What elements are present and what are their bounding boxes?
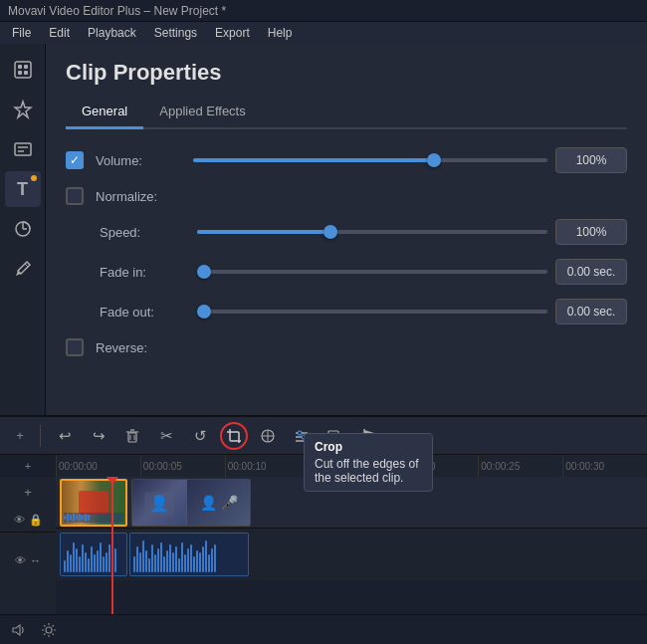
- title-bar-text: Movavi Video Editor Plus – New Project *: [8, 4, 226, 18]
- playhead: [111, 477, 113, 614]
- svg-rect-17: [230, 432, 239, 441]
- prop-row-volume: Volume: 100%: [66, 147, 627, 173]
- video-clip-1[interactable]: [60, 479, 127, 527]
- settings-icon[interactable]: [38, 619, 60, 641]
- svg-point-33: [46, 627, 52, 633]
- prop-row-normalize: Normalize:: [66, 187, 627, 205]
- menu-export[interactable]: Export: [207, 24, 258, 42]
- menu-file[interactable]: File: [4, 24, 39, 42]
- track-controls-panel: + 👁 🔒 👁 ↔: [0, 477, 56, 614]
- color-btn[interactable]: [254, 422, 282, 450]
- tooltip-description: Cut off the edges of the selected clip.: [315, 457, 422, 485]
- ruler-mark-2: 00:00:10: [225, 455, 310, 477]
- menu-playback[interactable]: Playback: [80, 24, 144, 42]
- audio-eye-btn[interactable]: 👁: [15, 548, 26, 572]
- add-track-btn[interactable]: +: [10, 428, 30, 443]
- volume-slider[interactable]: [193, 150, 547, 170]
- tab-applied-effects[interactable]: Applied Effects: [143, 98, 261, 129]
- fadeout-value: 0.00 sec.: [555, 299, 627, 324]
- audio-clip-1[interactable]: [60, 533, 127, 576]
- tabs-container: General Applied Effects: [66, 98, 627, 129]
- bottom-bar: [0, 614, 647, 644]
- volume-value: 100%: [555, 147, 627, 173]
- sidebar-btn-import[interactable]: [5, 52, 41, 88]
- svg-rect-0: [15, 62, 31, 78]
- tracks-content: 👤 👤🎤: [56, 477, 647, 614]
- main-layout: T Clip Properties General Applied Effect: [0, 44, 647, 415]
- add-video-track-btn[interactable]: +: [24, 481, 32, 504]
- cut-btn[interactable]: ✂: [152, 422, 180, 450]
- speed-value: 100%: [555, 219, 627, 245]
- timeline-tracks-container: + 👁 🔒 👁 ↔: [0, 477, 647, 614]
- audio-type-btn[interactable]: ↔: [30, 548, 41, 572]
- volume-checkbox[interactable]: [66, 151, 84, 169]
- speed-slider[interactable]: [197, 222, 547, 242]
- fadeout-slider[interactable]: [197, 302, 547, 322]
- sidebar-btn-text[interactable]: T: [5, 171, 41, 207]
- left-sidebar: T: [0, 44, 46, 415]
- redo-btn[interactable]: ↪: [85, 422, 112, 450]
- svg-rect-12: [128, 433, 136, 442]
- volume-label: Volume:: [96, 153, 185, 168]
- speed-label: Speed:: [100, 225, 189, 240]
- svg-rect-4: [24, 71, 28, 75]
- tab-general[interactable]: General: [66, 98, 143, 129]
- svg-point-28: [298, 431, 302, 435]
- svg-rect-5: [15, 143, 31, 155]
- svg-rect-3: [18, 71, 22, 75]
- fadeout-label: Fade out:: [100, 305, 189, 320]
- reverse-label: Reverse:: [96, 340, 185, 355]
- fadein-slider[interactable]: [197, 262, 547, 282]
- menu-edit[interactable]: Edit: [41, 24, 78, 42]
- ruler-mark-6: 00:00:30: [562, 455, 647, 477]
- content-area: Clip Properties General Applied Effects …: [46, 44, 647, 415]
- title-bar: Movavi Video Editor Plus – New Project *: [0, 0, 647, 22]
- prop-row-reverse: Reverse:: [66, 338, 627, 356]
- fadein-label: Fade in:: [100, 265, 189, 280]
- normalize-checkbox[interactable]: [66, 187, 84, 205]
- menu-settings[interactable]: Settings: [146, 24, 205, 42]
- rotate-btn[interactable]: ↺: [186, 422, 214, 450]
- prop-row-fadeout: Fade out: 0.00 sec.: [66, 299, 627, 324]
- clip-properties-title: Clip Properties: [66, 60, 627, 86]
- playhead-head: [107, 477, 118, 485]
- menu-bar: File Edit Playback Settings Export Help: [0, 22, 647, 44]
- prop-row-speed: Speed: 100%: [66, 219, 627, 245]
- sidebar-btn-transitions[interactable]: [5, 211, 41, 247]
- audio-track: [56, 529, 647, 580]
- svg-rect-1: [18, 65, 22, 69]
- timeline-area: + ↩ ↪ ✂ ↺: [0, 415, 647, 644]
- undo-btn[interactable]: ↩: [51, 422, 79, 450]
- svg-line-11: [25, 264, 28, 267]
- delete-btn[interactable]: [118, 422, 146, 450]
- ruler-mark-0: 00:00:00: [56, 455, 140, 477]
- reverse-checkbox[interactable]: [66, 338, 84, 356]
- sidebar-btn-effects[interactable]: [5, 92, 41, 127]
- sidebar-btn-titles[interactable]: [5, 131, 41, 167]
- volume-icon[interactable]: [8, 619, 30, 641]
- video-clip-2[interactable]: 👤 👤🎤: [131, 479, 251, 527]
- audio-clip-2[interactable]: [129, 533, 249, 576]
- crop-tooltip: Crop Cut off the edges of the selected c…: [304, 433, 433, 492]
- fadein-value: 0.00 sec.: [555, 259, 627, 285]
- svg-rect-2: [24, 65, 28, 69]
- ruler-mark-1: 00:00:05: [140, 455, 225, 477]
- tooltip-title: Crop: [315, 440, 422, 454]
- sidebar-btn-tools[interactable]: [5, 251, 41, 287]
- menu-help[interactable]: Help: [260, 24, 301, 42]
- ruler-mark-5: 00:00:25: [478, 455, 562, 477]
- crop-btn[interactable]: [220, 422, 248, 450]
- normalize-label: Normalize:: [96, 189, 185, 204]
- eye-btn[interactable]: 👁: [14, 508, 25, 532]
- prop-row-fadein: Fade in: 0.00 sec.: [66, 259, 627, 285]
- lock-btn[interactable]: 🔒: [29, 508, 43, 532]
